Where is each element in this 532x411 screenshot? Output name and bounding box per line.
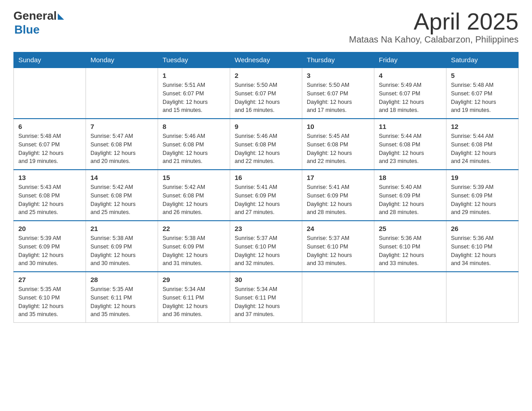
day-number: 1 [163,72,225,79]
day-number: 29 [163,276,225,283]
calendar-cell: 13Sunrise: 5:43 AMSunset: 6:08 PMDayligh… [14,170,86,221]
day-number: 24 [307,225,369,232]
calendar-cell: 15Sunrise: 5:42 AMSunset: 6:08 PMDayligh… [158,170,230,221]
calendar-cell [86,68,158,119]
logo-triangle-icon [58,13,64,20]
day-info: Sunrise: 5:48 AMSunset: 6:07 PMDaylight:… [451,81,514,115]
day-number: 23 [235,225,297,232]
calendar-cell: 5Sunrise: 5:48 AMSunset: 6:07 PMDaylight… [446,68,519,119]
day-number: 13 [18,174,81,181]
day-info: Sunrise: 5:39 AMSunset: 6:09 PMDaylight:… [451,183,514,217]
day-number: 22 [163,225,225,232]
day-number: 5 [451,72,514,79]
day-number: 18 [379,174,442,181]
logo-general: General [13,9,57,23]
calendar-cell [374,272,446,323]
week-row-2: 6Sunrise: 5:48 AMSunset: 6:07 PMDaylight… [14,119,519,170]
day-info: Sunrise: 5:38 AMSunset: 6:09 PMDaylight:… [163,234,225,268]
weekday-header-saturday: Saturday [446,52,519,68]
day-info: Sunrise: 5:44 AMSunset: 6:08 PMDaylight:… [379,132,442,166]
calendar-cell [302,272,374,323]
day-number: 26 [451,225,514,232]
day-info: Sunrise: 5:37 AMSunset: 6:10 PMDaylight:… [235,234,297,268]
day-info: Sunrise: 5:47 AMSunset: 6:08 PMDaylight:… [90,132,153,166]
calendar-cell: 2Sunrise: 5:50 AMSunset: 6:07 PMDaylight… [230,68,302,119]
day-number: 12 [451,123,514,130]
calendar-cell: 10Sunrise: 5:45 AMSunset: 6:08 PMDayligh… [302,119,374,170]
day-info: Sunrise: 5:50 AMSunset: 6:07 PMDaylight:… [235,81,297,115]
day-number: 15 [163,174,225,181]
day-info: Sunrise: 5:48 AMSunset: 6:07 PMDaylight:… [18,132,81,166]
day-info: Sunrise: 5:46 AMSunset: 6:08 PMDaylight:… [235,132,297,166]
weekday-header-row: SundayMondayTuesdayWednesdayThursdayFrid… [14,52,519,68]
day-info: Sunrise: 5:35 AMSunset: 6:11 PMDaylight:… [90,285,153,319]
calendar-cell: 6Sunrise: 5:48 AMSunset: 6:07 PMDaylight… [14,119,86,170]
day-number: 25 [379,225,442,232]
day-info: Sunrise: 5:41 AMSunset: 6:09 PMDaylight:… [307,183,369,217]
calendar-cell: 25Sunrise: 5:36 AMSunset: 6:10 PMDayligh… [374,221,446,272]
calendar-cell: 18Sunrise: 5:40 AMSunset: 6:09 PMDayligh… [374,170,446,221]
calendar-cell: 23Sunrise: 5:37 AMSunset: 6:10 PMDayligh… [230,221,302,272]
calendar-cell [14,68,86,119]
calendar-cell: 17Sunrise: 5:41 AMSunset: 6:09 PMDayligh… [302,170,374,221]
week-row-4: 20Sunrise: 5:39 AMSunset: 6:09 PMDayligh… [14,221,519,272]
day-number: 8 [163,123,225,130]
weekday-header-wednesday: Wednesday [230,52,302,68]
week-row-1: 1Sunrise: 5:51 AMSunset: 6:07 PMDaylight… [14,68,519,119]
day-info: Sunrise: 5:43 AMSunset: 6:08 PMDaylight:… [18,183,81,217]
day-number: 21 [90,225,153,232]
calendar-cell: 19Sunrise: 5:39 AMSunset: 6:09 PMDayligh… [446,170,519,221]
calendar-cell: 4Sunrise: 5:49 AMSunset: 6:07 PMDaylight… [374,68,446,119]
day-info: Sunrise: 5:35 AMSunset: 6:10 PMDaylight:… [18,285,81,319]
title-area: April 2025 Mataas Na Kahoy, Calabarzon, … [349,9,519,45]
day-number: 10 [307,123,369,130]
calendar-cell: 12Sunrise: 5:44 AMSunset: 6:08 PMDayligh… [446,119,519,170]
calendar-cell: 29Sunrise: 5:34 AMSunset: 6:11 PMDayligh… [158,272,230,323]
day-number: 19 [451,174,514,181]
day-number: 3 [307,72,369,79]
day-info: Sunrise: 5:34 AMSunset: 6:11 PMDaylight:… [235,285,297,319]
calendar-table: SundayMondayTuesdayWednesdayThursdayFrid… [13,52,519,323]
calendar-cell [446,272,519,323]
day-info: Sunrise: 5:39 AMSunset: 6:09 PMDaylight:… [18,234,81,268]
day-number: 14 [90,174,153,181]
calendar-cell: 30Sunrise: 5:34 AMSunset: 6:11 PMDayligh… [230,272,302,323]
day-number: 6 [18,123,81,130]
day-number: 20 [18,225,81,232]
day-info: Sunrise: 5:40 AMSunset: 6:09 PMDaylight:… [379,183,442,217]
week-row-3: 13Sunrise: 5:43 AMSunset: 6:08 PMDayligh… [14,170,519,221]
header: General Blue April 2025 Mataas Na Kahoy,… [13,9,519,45]
calendar-cell: 8Sunrise: 5:46 AMSunset: 6:08 PMDaylight… [158,119,230,170]
weekday-header-friday: Friday [374,52,446,68]
day-number: 17 [307,174,369,181]
day-number: 27 [18,276,81,283]
day-number: 28 [90,276,153,283]
day-info: Sunrise: 5:44 AMSunset: 6:08 PMDaylight:… [451,132,514,166]
calendar-cell: 14Sunrise: 5:42 AMSunset: 6:08 PMDayligh… [86,170,158,221]
calendar-cell: 11Sunrise: 5:44 AMSunset: 6:08 PMDayligh… [374,119,446,170]
calendar-cell: 26Sunrise: 5:36 AMSunset: 6:10 PMDayligh… [446,221,519,272]
weekday-header-thursday: Thursday [302,52,374,68]
logo: General Blue [13,9,64,37]
day-info: Sunrise: 5:42 AMSunset: 6:08 PMDaylight:… [90,183,153,217]
day-number: 11 [379,123,442,130]
calendar-cell: 21Sunrise: 5:38 AMSunset: 6:09 PMDayligh… [86,221,158,272]
weekday-header-sunday: Sunday [14,52,86,68]
day-info: Sunrise: 5:42 AMSunset: 6:08 PMDaylight:… [163,183,225,217]
logo-blue: Blue [14,23,64,37]
calendar-cell: 7Sunrise: 5:47 AMSunset: 6:08 PMDaylight… [86,119,158,170]
weekday-header-tuesday: Tuesday [158,52,230,68]
calendar-cell: 20Sunrise: 5:39 AMSunset: 6:09 PMDayligh… [14,221,86,272]
calendar-cell: 16Sunrise: 5:41 AMSunset: 6:09 PMDayligh… [230,170,302,221]
day-number: 9 [235,123,297,130]
day-info: Sunrise: 5:46 AMSunset: 6:08 PMDaylight:… [163,132,225,166]
day-info: Sunrise: 5:36 AMSunset: 6:10 PMDaylight:… [451,234,514,268]
calendar-title: April 2025 [349,9,519,34]
weekday-header-monday: Monday [86,52,158,68]
calendar-cell: 28Sunrise: 5:35 AMSunset: 6:11 PMDayligh… [86,272,158,323]
calendar-cell: 27Sunrise: 5:35 AMSunset: 6:10 PMDayligh… [14,272,86,323]
day-info: Sunrise: 5:45 AMSunset: 6:08 PMDaylight:… [307,132,369,166]
calendar-cell: 24Sunrise: 5:37 AMSunset: 6:10 PMDayligh… [302,221,374,272]
calendar-cell: 9Sunrise: 5:46 AMSunset: 6:08 PMDaylight… [230,119,302,170]
calendar-cell: 22Sunrise: 5:38 AMSunset: 6:09 PMDayligh… [158,221,230,272]
